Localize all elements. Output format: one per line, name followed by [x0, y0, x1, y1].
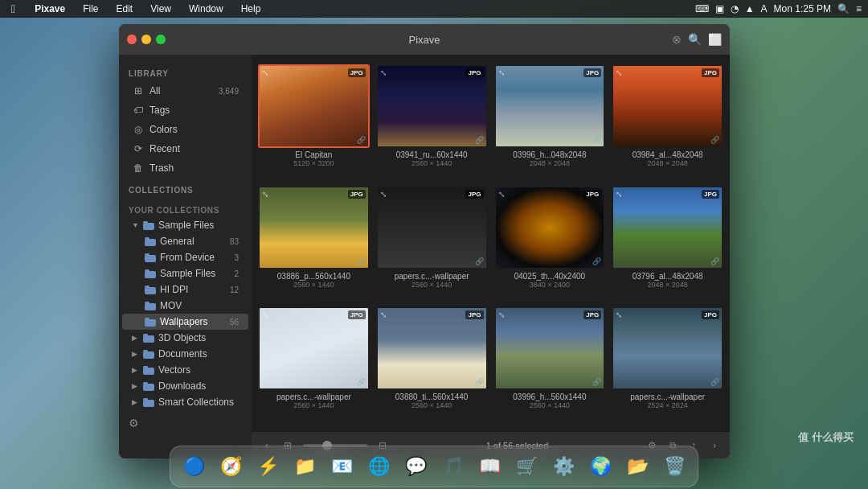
- settings-gear-icon[interactable]: ⚙: [129, 417, 139, 429]
- collections-section: YOUR COLLECTIONS ▼ Sample Files General …: [119, 198, 252, 436]
- image-grid[interactable]: JPG ⤡ 🔗 El Capitan 5120 × 3200 JPG ⤡ 🔗 0…: [252, 55, 730, 431]
- expand-arrow-3d-icon: ▶: [132, 334, 141, 342]
- link-icon: 🔗: [475, 378, 484, 386]
- sample-files-label: Sample Files: [158, 220, 239, 231]
- image-cell-6[interactable]: JPG ⤡ 🔗 papers.c...-wallpaper 2560 × 144…: [376, 186, 488, 301]
- image-cell-11[interactable]: JPG ⤡ 🔗 03996_h...560x1440 2560 × 1440: [494, 306, 606, 421]
- camera-menubar-icon[interactable]: ⌨: [695, 3, 709, 14]
- maximize-button[interactable]: [156, 35, 166, 44]
- menu-app-name[interactable]: Pixave: [31, 3, 68, 14]
- expand-icon: ⤡: [498, 310, 505, 319]
- image-thumb: JPG ⤡ 🔗: [258, 64, 370, 148]
- dock-icon-settings[interactable]: ⚙️: [547, 450, 580, 483]
- close-button[interactable]: [127, 35, 137, 44]
- menu-edit[interactable]: Edit: [113, 3, 137, 14]
- image-name: 03996_h...048x2048: [494, 150, 606, 159]
- dock-icon-books[interactable]: 📖: [473, 450, 506, 483]
- image-cell-9[interactable]: JPG ⤡ 🔗 papers.c...-wallpaper 2560 × 144…: [258, 306, 370, 421]
- tree-item-hi-dpi[interactable]: HI DPI 12: [122, 281, 248, 298]
- image-cell-4[interactable]: JPG ⤡ 🔗 03984_al...48x2048 2048 × 2048: [612, 64, 723, 179]
- notification-icon[interactable]: ≡: [856, 3, 862, 14]
- image-name: El Capitan: [258, 150, 370, 159]
- apple-menu[interactable]: : [6, 2, 20, 15]
- next-page-button[interactable]: ›: [706, 437, 723, 454]
- image-size: 3840 × 2400: [494, 281, 606, 289]
- image-bg: [613, 66, 722, 146]
- folder-icon-sample-sub: [145, 268, 156, 279]
- general-badge: 83: [230, 237, 239, 246]
- image-bg: [378, 66, 486, 146]
- dock-icon-mail[interactable]: 📧: [325, 450, 358, 483]
- svg-rect-1: [143, 221, 148, 224]
- tree-item-sample-files-sub[interactable]: Sample Files 2: [122, 265, 248, 281]
- sidebar-tags-label: Tags: [149, 105, 239, 116]
- folder-icon-smart: [143, 397, 154, 408]
- svg-rect-8: [145, 287, 156, 294]
- dock-icon-safari[interactable]: 🧭: [214, 450, 248, 483]
- colors-icon: ◎: [132, 123, 145, 136]
- clock-icon[interactable]: ◔: [731, 3, 739, 14]
- menu-help[interactable]: Help: [238, 3, 264, 14]
- tree-item-downloads[interactable]: ▶ Downloads: [122, 378, 248, 394]
- image-cell-5[interactable]: JPG ⤡ 🔗 03886_p...560x1440 2560 × 1440: [258, 186, 370, 301]
- search-icon[interactable]: 🔍: [688, 33, 702, 46]
- wifi-icon[interactable]: ▲: [745, 3, 755, 14]
- sidebar-item-tags[interactable]: 🏷 Tags: [122, 101, 248, 120]
- tree-item-smart-collections[interactable]: ▶ Smart Collections: [122, 394, 248, 410]
- tree-item-mov[interactable]: MOV: [122, 298, 248, 314]
- sidebar-item-colors[interactable]: ◎ Colors: [122, 120, 248, 139]
- dock-icon-browser[interactable]: 🌐: [362, 450, 395, 483]
- image-cell-8[interactable]: JPG ⤡ 🔗 03796_al...48x2048 2048 × 2048: [612, 186, 723, 301]
- compass-icon[interactable]: ⊗: [672, 33, 682, 46]
- sidebar-item-trash[interactable]: 🗑 Trash: [122, 158, 248, 178]
- image-cell-3[interactable]: JPG ⤡ 🔗 03996_h...048x2048 2048 × 2048: [494, 64, 606, 179]
- menu-window[interactable]: Window: [186, 3, 227, 14]
- dock-icon-appstore[interactable]: 🛒: [510, 450, 543, 483]
- dock-icon-messages[interactable]: 💬: [399, 450, 432, 483]
- tree-item-sample-files[interactable]: ▼ Sample Files: [122, 217, 248, 233]
- image-cell-1[interactable]: JPG ⤡ 🔗 El Capitan 5120 × 3200: [258, 64, 370, 179]
- image-thumb: JPG ⤡ 🔗: [612, 64, 723, 148]
- image-badge: JPG: [583, 68, 601, 77]
- sidebar-toggle-icon[interactable]: ⬜: [708, 33, 722, 46]
- dock-icon-music[interactable]: 🎵: [436, 450, 469, 483]
- image-thumb: JPG ⤡ 🔗: [494, 186, 606, 269]
- dock-icon-folder[interactable]: 📂: [620, 450, 654, 483]
- menubar-time[interactable]: Mon 1:25 PM: [774, 3, 831, 14]
- sidebar-item-recent[interactable]: ⟳ Recent: [122, 139, 248, 158]
- dock-icon-files[interactable]: 📁: [288, 450, 321, 483]
- dock-icon-trash[interactable]: 🗑️: [657, 450, 691, 483]
- expand-icon: ⤡: [262, 310, 268, 319]
- menu-file[interactable]: File: [80, 3, 101, 14]
- tree-item-vectors[interactable]: ▶ Vectors: [122, 362, 248, 378]
- title-bar-right: ⊗ 🔍 ⬜: [672, 33, 730, 46]
- tree-item-3d-objects[interactable]: ▶ 3D Objects: [122, 330, 248, 346]
- tree-item-wallpapers[interactable]: Wallpapers 56: [122, 314, 248, 330]
- folder-icon-sample: [143, 220, 154, 231]
- battery-icon[interactable]: ▣: [715, 3, 724, 14]
- tree-item-general[interactable]: General 83: [122, 233, 248, 249]
- sidebar: LIBRARY ⊞ All 3,649 🏷 Tags ◎ Colors ⟳ Re…: [119, 55, 252, 458]
- audio-icon[interactable]: A: [761, 3, 768, 14]
- link-icon: 🔗: [357, 257, 366, 265]
- tree-item-documents[interactable]: ▶ Documents: [122, 346, 248, 362]
- spotlight-icon[interactable]: 🔍: [837, 3, 850, 14]
- minimize-button[interactable]: [141, 35, 151, 44]
- folder-icon-hi-dpi: [145, 284, 156, 295]
- svg-rect-5: [145, 253, 149, 256]
- image-name: 03880_ti...560x1440: [376, 392, 488, 401]
- menu-view[interactable]: View: [147, 3, 174, 14]
- sidebar-item-all[interactable]: ⊞ All 3,649: [122, 81, 248, 101]
- dock-icon-finder[interactable]: 🔵: [177, 450, 211, 483]
- image-cell-2[interactable]: JPG ⤡ 🔗 03941_ru...60x1440 2560 × 1440: [376, 64, 488, 179]
- image-cell-7[interactable]: JPG ⤡ 🔗 04025_th...40x2400 3840 × 2400: [494, 186, 606, 301]
- dock-icon-maps[interactable]: 🌍: [583, 450, 617, 483]
- image-cell-10[interactable]: JPG ⤡ 🔗 03880_ti...560x1440 2560 × 1440: [376, 306, 488, 421]
- tree-item-from-device[interactable]: From Device 3: [122, 249, 248, 265]
- link-icon: 🔗: [475, 136, 484, 144]
- folder-icon-mov: [145, 300, 156, 311]
- image-cell-12[interactable]: JPG ⤡ 🔗 papers.c...-wallpaper 2524 × 262…: [612, 306, 723, 421]
- link-icon: 🔗: [475, 257, 484, 265]
- folder-icon-vectors: [143, 364, 154, 376]
- dock-icon-spotlight[interactable]: ⚡: [251, 450, 285, 483]
